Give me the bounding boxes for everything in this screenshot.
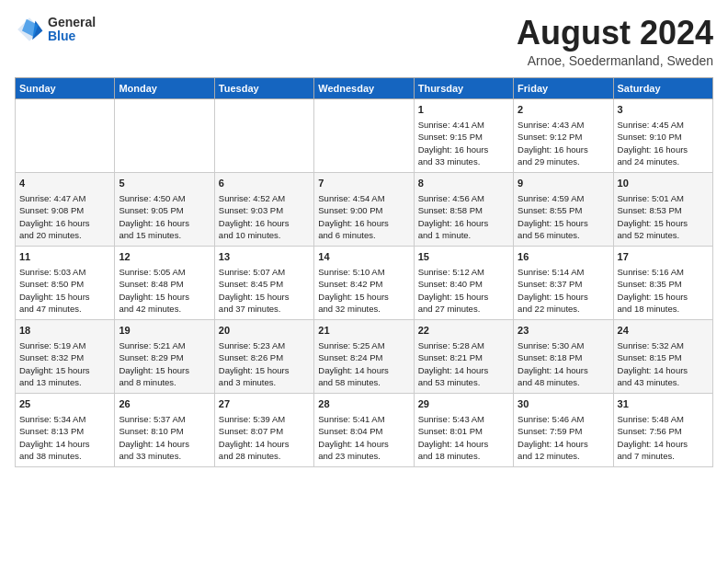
cell-info-line: Daylight: 15 hours [618, 217, 709, 229]
cell-info-line: Sunset: 8:58 PM [418, 204, 509, 216]
week-row-2: 4Sunrise: 4:47 AMSunset: 9:08 PMDaylight… [16, 172, 713, 246]
calendar-cell-2-7: 10Sunrise: 5:01 AMSunset: 8:53 PMDayligh… [613, 172, 712, 246]
calendar-cell-3-3: 13Sunrise: 5:07 AMSunset: 8:45 PMDayligh… [214, 246, 313, 319]
cell-info-line: and 52 minutes. [618, 229, 709, 241]
cell-info-line: Sunset: 8:04 PM [318, 425, 409, 437]
cell-info-line: Sunset: 8:50 PM [19, 278, 110, 290]
cell-info-line: Sunset: 8:37 PM [518, 278, 609, 290]
cell-info-line: and 56 minutes. [518, 229, 609, 241]
cell-info-line: Sunset: 8:10 PM [119, 425, 210, 437]
cell-info-line: Sunset: 9:08 PM [19, 204, 110, 216]
cell-info-line: Daylight: 14 hours [618, 438, 709, 450]
calendar-cell-2-3: 6Sunrise: 4:52 AMSunset: 9:03 PMDaylight… [214, 172, 313, 246]
cell-info-line: Daylight: 14 hours [318, 364, 409, 376]
cell-info-line: and 8 minutes. [119, 376, 210, 388]
day-number: 19 [119, 324, 210, 338]
cell-info-line: Daylight: 14 hours [518, 438, 609, 450]
cell-info-line: and 33 minutes. [418, 155, 509, 167]
cell-info-line: and 12 minutes. [518, 450, 609, 462]
calendar-table: SundayMondayTuesdayWednesdayThursdayFrid… [15, 77, 713, 467]
calendar-cell-5-6: 30Sunrise: 5:46 AMSunset: 7:59 PMDayligh… [514, 393, 613, 466]
day-number: 10 [618, 177, 709, 190]
cell-info-line: Daylight: 15 hours [19, 291, 110, 303]
calendar-cell-4-2: 19Sunrise: 5:21 AMSunset: 8:29 PMDayligh… [115, 319, 214, 393]
cell-info-line: and 47 minutes. [19, 303, 110, 315]
cell-info-line: Sunrise: 5:16 AM [618, 266, 709, 278]
cell-info-line: Daylight: 16 hours [418, 217, 509, 229]
cell-info-line: Sunrise: 4:52 AM [219, 192, 310, 204]
cell-info-line: Sunset: 8:24 PM [318, 351, 409, 363]
cell-info-line: Sunrise: 4:56 AM [418, 192, 509, 204]
day-number: 27 [219, 397, 310, 411]
cell-info-line: Sunrise: 4:43 AM [518, 119, 609, 131]
cell-info-line: and 13 minutes. [19, 376, 110, 388]
cell-info-line: and 20 minutes. [19, 229, 110, 241]
cell-info-line: Sunset: 9:05 PM [119, 204, 210, 216]
cell-info-line: and 15 minutes. [119, 229, 210, 241]
logo-icon [15, 15, 44, 44]
logo-blue-text: Blue [48, 29, 96, 43]
day-number: 7 [318, 177, 409, 190]
cell-info-line: and 23 minutes. [318, 450, 409, 462]
cell-info-line: Sunset: 8:29 PM [119, 351, 210, 363]
calendar-cell-4-5: 22Sunrise: 5:28 AMSunset: 8:21 PMDayligh… [414, 319, 513, 393]
cell-info-line: Sunrise: 5:10 AM [318, 266, 409, 278]
day-number: 15 [418, 250, 509, 264]
cell-info-line: and 22 minutes. [518, 303, 609, 315]
cell-info-line: Sunset: 7:56 PM [618, 425, 709, 437]
cell-info-line: Sunrise: 5:37 AM [119, 413, 210, 425]
cell-info-line: Sunset: 8:21 PM [418, 351, 509, 363]
weekday-wednesday: Wednesday [314, 77, 414, 98]
day-number: 29 [418, 397, 509, 411]
calendar-cell-5-4: 28Sunrise: 5:41 AMSunset: 8:04 PMDayligh… [314, 393, 414, 466]
cell-info-line: Sunrise: 5:01 AM [618, 192, 709, 204]
location-subtitle: Arnoe, Soedermanland, Sweden [517, 53, 713, 68]
cell-info-line: Sunrise: 5:43 AM [418, 413, 509, 425]
day-number: 16 [518, 250, 609, 264]
cell-info-line: Sunset: 9:00 PM [318, 204, 409, 216]
cell-info-line: Sunrise: 4:45 AM [618, 119, 709, 131]
weekday-monday: Monday [115, 77, 214, 98]
day-number: 31 [618, 397, 709, 411]
logo-general-text: General [48, 16, 96, 29]
cell-info-line: Sunrise: 5:19 AM [19, 339, 110, 351]
cell-info-line: Sunset: 8:35 PM [618, 278, 709, 290]
cell-info-line: Sunset: 9:03 PM [219, 204, 310, 216]
cell-info-line: Daylight: 16 hours [119, 217, 210, 229]
calendar-cell-1-2 [115, 98, 214, 172]
week-row-3: 11Sunrise: 5:03 AMSunset: 8:50 PMDayligh… [16, 246, 713, 319]
month-year-title: August 2024 [517, 15, 713, 52]
cell-info-line: Daylight: 15 hours [19, 364, 110, 376]
cell-info-line: Sunset: 8:53 PM [618, 204, 709, 216]
cell-info-line: Sunset: 9:12 PM [518, 131, 609, 143]
day-number: 3 [618, 103, 709, 117]
cell-info-line: and 38 minutes. [19, 450, 110, 462]
day-number: 12 [119, 250, 210, 264]
cell-info-line: Daylight: 15 hours [219, 364, 310, 376]
cell-info-line: and 1 minute. [418, 229, 509, 241]
day-number: 8 [418, 177, 509, 190]
cell-info-line: Daylight: 16 hours [618, 144, 709, 155]
cell-info-line: Sunrise: 4:50 AM [119, 192, 210, 204]
day-number: 11 [19, 250, 110, 264]
cell-info-line: and 53 minutes. [418, 376, 509, 388]
calendar-cell-5-1: 25Sunrise: 5:34 AMSunset: 8:13 PMDayligh… [16, 393, 115, 466]
cell-info-line: Sunset: 8:26 PM [219, 351, 310, 363]
cell-info-line: and 28 minutes. [219, 450, 310, 462]
cell-info-line: Sunrise: 5:25 AM [318, 339, 409, 351]
cell-info-line: and 42 minutes. [119, 303, 210, 315]
cell-info-line: Daylight: 15 hours [119, 291, 210, 303]
cell-info-line: Daylight: 15 hours [318, 291, 409, 303]
logo: General Blue [15, 15, 96, 44]
calendar-cell-3-1: 11Sunrise: 5:03 AMSunset: 8:50 PMDayligh… [16, 246, 115, 319]
weekday-saturday: Saturday [613, 77, 712, 98]
cell-info-line: and 18 minutes. [418, 450, 509, 462]
day-number: 22 [418, 324, 509, 338]
cell-info-line: Daylight: 14 hours [119, 438, 210, 450]
calendar-cell-3-5: 15Sunrise: 5:12 AMSunset: 8:40 PMDayligh… [414, 246, 513, 319]
cell-info-line: Sunset: 9:10 PM [618, 131, 709, 143]
cell-info-line: and 3 minutes. [219, 376, 310, 388]
calendar-cell-2-4: 7Sunrise: 4:54 AMSunset: 9:00 PMDaylight… [314, 172, 414, 246]
week-row-5: 25Sunrise: 5:34 AMSunset: 8:13 PMDayligh… [16, 393, 713, 466]
cell-info-line: Daylight: 16 hours [318, 217, 409, 229]
